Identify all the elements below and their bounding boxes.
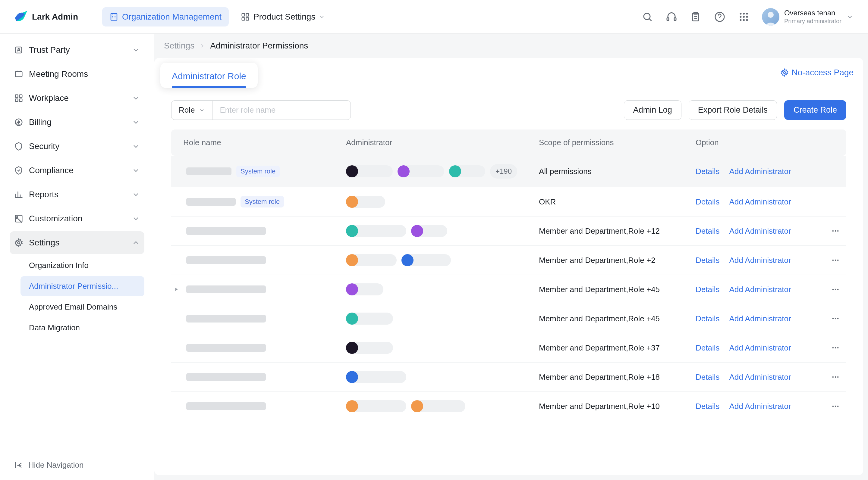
svg-point-19 <box>746 19 748 21</box>
header-tabs: Organization Management Product Settings <box>102 7 332 27</box>
create-role-button[interactable]: Create Role <box>784 100 846 120</box>
table-row: System role +190All permissions Details … <box>171 156 846 187</box>
sidebar-item-label: Meeting Rooms <box>29 69 140 79</box>
add-administrator-link[interactable]: Add Administrator <box>729 227 791 236</box>
chevron-right-icon <box>199 43 205 49</box>
svg-point-42 <box>832 318 834 319</box>
col-scope: Scope of permissions <box>533 130 689 156</box>
search-icon[interactable] <box>641 11 653 23</box>
user-menu[interactable]: Overseas tenan Primary administrator <box>762 8 854 26</box>
expand-row-icon[interactable] <box>171 287 181 292</box>
role-filter-select[interactable]: Role <box>171 100 212 120</box>
svg-point-37 <box>835 260 836 261</box>
admin-chip[interactable] <box>346 196 385 208</box>
system-role-badge: System role <box>236 166 280 177</box>
tab-org-management[interactable]: Organization Management <box>102 7 229 27</box>
sidebar-item-security[interactable]: Security <box>10 135 144 158</box>
admin-chip[interactable] <box>346 254 397 266</box>
details-link[interactable]: Details <box>695 227 719 236</box>
tab-administrator-role[interactable]: Administrator Role <box>164 66 253 88</box>
add-administrator-link[interactable]: Add Administrator <box>729 402 791 411</box>
admin-chip[interactable] <box>346 313 393 324</box>
add-administrator-link[interactable]: Add Administrator <box>729 197 791 207</box>
more-actions-icon[interactable] <box>831 227 840 235</box>
sidebar-item-compliance[interactable]: Compliance <box>10 159 144 182</box>
sidebar-sub-item[interactable]: Data Migration <box>21 318 144 338</box>
more-actions-icon[interactable] <box>831 344 840 352</box>
hide-navigation-button[interactable]: Hide Navigation <box>10 455 144 475</box>
app-logo[interactable]: Lark Admin <box>14 10 78 24</box>
sidebar-sub-item[interactable]: Approved Email Domains <box>21 297 144 317</box>
details-link[interactable]: Details <box>695 256 719 265</box>
headset-icon[interactable] <box>665 11 678 23</box>
add-administrator-link[interactable]: Add Administrator <box>729 285 791 294</box>
admin-chip[interactable] <box>346 225 406 237</box>
details-link[interactable]: Details <box>695 343 719 353</box>
admin-chip[interactable] <box>449 165 485 177</box>
details-link[interactable]: Details <box>695 402 719 411</box>
svg-rect-3 <box>242 18 245 20</box>
svg-point-18 <box>743 19 745 21</box>
details-link[interactable]: Details <box>695 167 719 176</box>
admin-chip[interactable] <box>411 225 447 237</box>
admin-chip[interactable] <box>346 283 383 296</box>
add-administrator-link[interactable]: Add Administrator <box>729 343 791 353</box>
hide-nav-label: Hide Navigation <box>28 460 84 470</box>
add-administrator-link[interactable]: Add Administrator <box>729 256 791 265</box>
admin-chip[interactable] <box>398 165 444 177</box>
more-actions-icon[interactable] <box>831 314 840 323</box>
add-administrator-link[interactable]: Add Administrator <box>729 167 791 176</box>
details-link[interactable]: Details <box>695 314 719 323</box>
sidebar-item-reports[interactable]: Reports <box>10 183 144 206</box>
clipboard-icon[interactable] <box>689 11 702 23</box>
admin-chip[interactable] <box>346 371 406 383</box>
help-icon[interactable] <box>714 11 726 23</box>
tab-product-settings[interactable]: Product Settings <box>234 7 332 27</box>
sidebar-item-billing[interactable]: Billing <box>10 111 144 134</box>
scope-cell: Member and Department,Role +2 <box>533 246 689 275</box>
export-role-details-button[interactable]: Export Role Details <box>689 100 777 120</box>
table-row: Member and Department,Role +10 Details A… <box>171 392 846 421</box>
sidebar-sub-item[interactable]: Administrator Permissio... <box>21 276 144 296</box>
sidebar-item-meeting-rooms[interactable]: Meeting Rooms <box>10 63 144 85</box>
sidebar-item-workplace[interactable]: Workplace <box>10 87 144 110</box>
sidebar-item-customization[interactable]: Customization <box>10 207 144 230</box>
sidebar-item-label: Reports <box>29 190 126 199</box>
details-link[interactable]: Details <box>695 373 719 382</box>
sidebar-item-settings[interactable]: Settings <box>10 231 144 254</box>
admin-chip[interactable] <box>346 400 406 412</box>
add-administrator-link[interactable]: Add Administrator <box>729 373 791 382</box>
more-actions-icon[interactable] <box>831 373 840 381</box>
role-name-placeholder <box>186 402 266 410</box>
svg-rect-1 <box>242 13 245 16</box>
details-link[interactable]: Details <box>695 285 719 294</box>
admin-chip[interactable] <box>346 342 393 354</box>
details-link[interactable]: Details <box>695 197 719 207</box>
scope-cell: Member and Department,Role +45 <box>533 275 689 304</box>
security-icon <box>14 141 24 151</box>
svg-point-13 <box>746 13 748 14</box>
admin-chip[interactable] <box>411 400 465 412</box>
role-name-placeholder <box>186 373 266 381</box>
admin-chip[interactable] <box>401 254 451 266</box>
sidebar-item-trust-party[interactable]: Trust Party <box>10 39 144 61</box>
apps-icon[interactable] <box>738 11 750 23</box>
svg-point-46 <box>835 347 836 349</box>
chevron-down-icon <box>132 94 140 102</box>
more-actions-icon[interactable] <box>831 256 840 264</box>
breadcrumb-settings[interactable]: Settings <box>164 41 194 50</box>
role-search-input[interactable] <box>212 100 351 120</box>
no-access-page-link[interactable]: No-access Page <box>780 68 854 83</box>
admin-chip[interactable] <box>346 165 393 177</box>
svg-point-48 <box>832 376 834 378</box>
app-header: Lark Admin Organization Management Produ… <box>0 0 868 34</box>
admin-more-count[interactable]: +190 <box>490 164 517 179</box>
more-actions-icon[interactable] <box>831 285 840 294</box>
admin-avatar <box>346 254 358 266</box>
sidebar-item-label: Compliance <box>29 166 126 175</box>
add-administrator-link[interactable]: Add Administrator <box>729 314 791 323</box>
admin-log-button[interactable]: Admin Log <box>624 100 681 120</box>
more-actions-icon[interactable] <box>831 402 840 410</box>
sidebar-sub-item[interactable]: Organization Info <box>21 255 144 276</box>
svg-point-51 <box>832 406 834 407</box>
